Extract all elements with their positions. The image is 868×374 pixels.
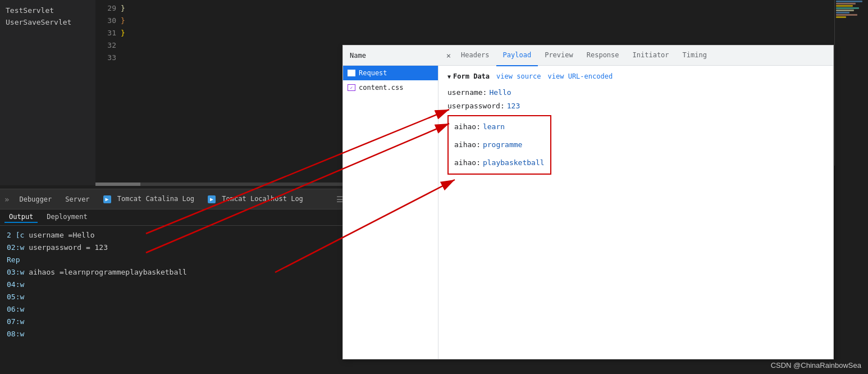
form-key-userpassword: userpassword: <box>447 99 505 113</box>
form-value-username: Hello <box>489 86 511 99</box>
view-url-encoded-link[interactable]: view URL-encoded <box>548 72 613 80</box>
scrollbar-thumb <box>95 183 140 186</box>
tab-payload[interactable]: Payload <box>496 45 538 66</box>
form-row-aihao-2: aihao: programme <box>454 138 545 152</box>
form-row-aihao-1: aihao: learn <box>454 120 545 134</box>
bottom-output: 2 [c username =Hello 02:w userpassword =… <box>0 226 348 344</box>
name-item-request[interactable]: ☰ Request <box>343 66 438 80</box>
form-key-aihao-2: aihao: <box>454 138 481 152</box>
form-row-aihao-3: aihao: playbasketball <box>454 156 545 170</box>
view-source-link[interactable]: view source <box>496 72 541 80</box>
tab-tomcat-localhost[interactable]: ▶ Tomcat Localhost Log <box>202 193 309 206</box>
devtools-body: ☰ Request ✓ content.css ▼ Form Data view… <box>343 66 833 359</box>
tab-tomcat-catalina[interactable]: ▶ Tomcat Catalina Log <box>98 193 200 206</box>
form-data-header: ▼ Form Data view source view URL-encoded <box>447 72 824 80</box>
devtools-tabs: Headers Payload Preview Response Initiat… <box>454 45 714 66</box>
output-line-7: 07:w <box>7 316 341 328</box>
subtab-output[interactable]: Output <box>4 212 38 223</box>
tomcat-catalina-icon: ▶ <box>103 195 111 203</box>
devtools-panel: Name × Headers Payload Preview Response … <box>342 45 834 359</box>
name-item-contentcss[interactable]: ✓ content.css <box>343 80 438 95</box>
tab-preview[interactable]: Preview <box>538 45 580 66</box>
request-doc-icon: ☰ <box>348 70 355 76</box>
output-line-2: 02:w userpassword = 123 <box>7 241 341 254</box>
form-data-title: ▼ Form Data <box>447 72 490 80</box>
ide-area: TestServlet UserSaveServlet 29 30 31 32 … <box>0 0 868 374</box>
output-line-8: 08:w <box>7 328 341 340</box>
form-row-username: username: Hello <box>447 86 824 99</box>
tab-debugger[interactable]: Debugger <box>13 193 57 206</box>
devtools-name-list: ☰ Request ✓ content.css <box>343 66 438 359</box>
bottom-panel: » Debugger Server ▶ Tomcat Catalina Log … <box>0 189 348 374</box>
form-data-triangle: ▼ <box>447 74 451 80</box>
output-line-3: 03:w aihaos =learnprogrammeplaybasketbal… <box>7 266 341 279</box>
file-list: TestServlet UserSaveServlet <box>0 0 95 185</box>
line-numbers: 29 30 31 32 33 <box>95 0 121 64</box>
form-value-aihao-3: playbasketball <box>483 156 545 170</box>
file-item-testservlet[interactable]: TestServlet <box>0 4 95 16</box>
watermark: CSDN @ChinaRainbowSea <box>771 361 861 370</box>
tab-headers[interactable]: Headers <box>454 45 496 66</box>
form-row-userpassword: userpassword: 123 <box>447 99 824 113</box>
bottom-tabs: » Debugger Server ▶ Tomcat Catalina Log … <box>0 189 348 209</box>
minimap <box>834 0 868 166</box>
output-line-6: 06:w <box>7 303 341 316</box>
output-line-rep: Rep <box>7 254 341 266</box>
minimap-content <box>835 0 868 166</box>
tab-response[interactable]: Response <box>580 45 626 66</box>
tab-initiator[interactable]: Initiator <box>626 45 676 66</box>
devtools-name-col-label: Name <box>348 52 443 60</box>
devtools-header: Name × Headers Payload Preview Response … <box>343 45 833 66</box>
output-line-4: 04:w <box>7 279 341 291</box>
form-key-aihao-3: aihao: <box>454 156 481 170</box>
css-file-icon: ✓ <box>348 84 355 91</box>
aihao-box: aihao: learn aihao: programme aihao: pla… <box>447 115 551 175</box>
payload-content: ▼ Form Data view source view URL-encoded… <box>438 66 833 359</box>
output-line-1: 2 [c username =Hello <box>7 229 341 241</box>
devtools-close-button[interactable]: × <box>443 50 454 61</box>
tab-server[interactable]: Server <box>60 193 95 206</box>
form-key-username: username: <box>447 86 487 99</box>
file-item-usersaveservlet[interactable]: UserSaveServlet <box>0 16 95 28</box>
panel-expand-icon[interactable]: » <box>4 195 11 204</box>
form-value-userpassword: 123 <box>507 99 520 113</box>
code-lines: } } } <box>121 0 125 39</box>
tab-timing[interactable]: Timing <box>676 45 714 66</box>
form-value-aihao-2: programme <box>483 138 522 152</box>
form-data-rows: username: Hello userpassword: 123 aihao:… <box>447 86 824 175</box>
subtab-deployment[interactable]: Deployment <box>42 212 92 223</box>
form-value-aihao-1: learn <box>483 120 505 134</box>
bottom-subtabs: Output Deployment <box>0 209 348 226</box>
tomcat-localhost-icon: ▶ <box>208 195 216 203</box>
output-line-5: 05:w <box>7 291 341 303</box>
form-key-aihao-1: aihao: <box>454 120 481 134</box>
